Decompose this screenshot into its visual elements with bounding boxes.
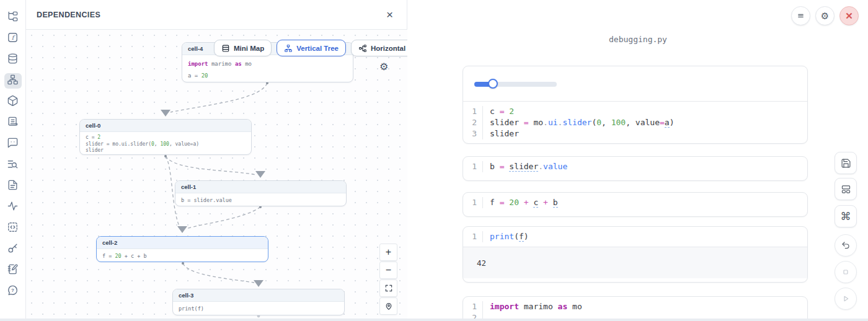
view-toggle-group: Mini Map Vertical Tree Horizontal Tree (214, 40, 407, 56)
node-code-line: slider (86, 147, 246, 154)
code-line: print(f) (482, 231, 807, 242)
top-action-buttons: ⚙ ✕ (791, 6, 859, 25)
dependency-graph-canvas[interactable]: Mini Map Vertical Tree Horizontal Tree ⚙… (26, 30, 407, 321)
vertical-tree-icon (284, 44, 293, 53)
sidebar-item-datasources[interactable] (4, 52, 22, 68)
view-button-vertical-tree[interactable]: Vertical Tree (277, 40, 346, 56)
slider-handle[interactable] (488, 79, 498, 89)
notebook-menu-button[interactable] (791, 6, 810, 25)
code-line: f = 20 + c + b (482, 197, 807, 208)
line-number: 1 (463, 301, 482, 312)
activity-icon (7, 200, 19, 214)
function-icon: f (7, 32, 19, 46)
sidebar-item-secrets[interactable] (4, 242, 22, 257)
stop-icon (841, 267, 851, 277)
file-tree-icon (7, 11, 19, 25)
sidebar-item-help[interactable]: ? (4, 284, 22, 299)
node-label: cell-0 (80, 120, 251, 132)
notebook-filename: debugging.py (408, 35, 868, 44)
close-panel-icon[interactable]: × (386, 9, 393, 20)
code-square-icon (7, 221, 19, 235)
layout-icon (841, 184, 851, 195)
code-line: slider (482, 128, 807, 139)
sidebar-item-scratchpad[interactable] (4, 263, 22, 278)
save-icon (841, 158, 851, 169)
stop-button[interactable] (835, 261, 857, 283)
chat-icon (7, 137, 19, 151)
graph-node-cell-0[interactable]: cell-0 c = 2 slider = mo.ui.slider(0, 10… (79, 119, 252, 155)
code-line: c = 2 (482, 106, 807, 117)
notebook-cell[interactable]: 1f = 20 + c + b (463, 192, 808, 217)
cell-code-editor[interactable]: 1b = slider.value (463, 157, 807, 177)
code-line: slider = mo.ui.slider(0, 100, value=a) (482, 117, 807, 128)
key-icon (7, 242, 19, 257)
sidebar-item-file-tree[interactable] (4, 10, 22, 25)
notebook-cell[interactable]: 1c = 2 2slider = mo.ui.slider(0, 100, va… (463, 66, 808, 144)
graph-node-cell-3[interactable]: cell-3 print(f) (172, 289, 345, 315)
shutdown-button[interactable]: ✕ (839, 6, 859, 25)
code-line: import marimo as mo (482, 301, 807, 312)
dependencies-header: DEPENDENCIES × (26, 0, 407, 30)
locate-node-button[interactable] (379, 297, 397, 315)
view-button-label: Mini Map (234, 45, 264, 52)
line-number: 1 (463, 197, 482, 208)
graph-settings-gear-icon[interactable]: ⚙ (379, 61, 388, 73)
scroll-icon (7, 116, 19, 130)
command-palette-button[interactable]: ⌘ (835, 205, 857, 227)
notebook-cell[interactable]: 1import marimo as mo 2 (463, 296, 808, 321)
save-button[interactable] (835, 152, 857, 174)
sidebar-item-documentation[interactable] (4, 115, 22, 131)
sidebar-item-functions[interactable]: f (4, 31, 22, 46)
node-code-line: f = 20 + c + b (102, 252, 262, 260)
fit-view-button[interactable] (379, 279, 397, 297)
graph-zoom-controls: + − (379, 244, 397, 315)
graph-node-cell-1[interactable]: cell-1 b = slider.value (175, 180, 347, 206)
sidebar-item-outputs[interactable] (4, 221, 22, 236)
notebook-cell[interactable]: 1print(f) 42 (463, 226, 808, 283)
help-icon: ? (7, 284, 19, 299)
node-code-line: print(f) (179, 305, 339, 312)
package-icon (7, 95, 19, 109)
cell-code-editor[interactable]: 1print(f) (463, 227, 807, 247)
node-label: cell-1 (175, 181, 346, 193)
line-number: 1 (463, 231, 482, 242)
sidebar-item-packages[interactable] (4, 94, 22, 110)
undo-button[interactable] (835, 234, 857, 257)
node-code-line: import marimo as mo (188, 58, 347, 70)
bottom-scrollbar[interactable] (0, 319, 868, 321)
notebook-pen-icon (7, 263, 19, 278)
view-button-minimap[interactable]: Mini Map (214, 40, 272, 56)
sidebar-item-chat[interactable] (4, 136, 22, 152)
cell-code-editor[interactable]: 1f = 20 + c + b (463, 193, 807, 213)
dependencies-panel: DEPENDENCIES × Mini Map (26, 0, 407, 321)
code-line: b = slider.value (482, 161, 807, 172)
graph-node-cell-2-selected[interactable]: cell-2 f = 20 + c + b (96, 236, 268, 262)
map-pin-icon (384, 302, 393, 310)
slider-widget[interactable] (474, 82, 557, 87)
cell-code-editor[interactable]: 1import marimo as mo 2 (463, 297, 807, 321)
node-label: cell-2 (97, 237, 268, 249)
gear-icon: ⚙ (821, 11, 829, 22)
node-code-line: c = 2 (86, 134, 246, 141)
svg-text:?: ? (11, 288, 14, 293)
view-button-label: Vertical Tree (296, 45, 339, 52)
sidebar-item-logs[interactable] (4, 157, 22, 173)
close-icon: ✕ (845, 11, 853, 20)
node-code-line: b = slider.value (181, 196, 340, 204)
sidebar-item-dependency-graph[interactable] (4, 73, 22, 89)
sidebar-item-tracing[interactable] (4, 200, 22, 215)
layout-select-button[interactable] (835, 178, 857, 200)
panel-title: DEPENDENCIES (37, 11, 100, 19)
horizontal-tree-icon (358, 44, 367, 53)
notebook-cell[interactable]: 1b = slider.value (463, 156, 808, 181)
view-button-horizontal-tree[interactable]: Horizontal Tree (351, 40, 407, 56)
run-button[interactable] (835, 288, 857, 310)
zoom-in-button[interactable]: + (379, 244, 397, 261)
settings-button[interactable]: ⚙ (815, 6, 835, 25)
zoom-out-button[interactable]: − (379, 262, 397, 279)
cell-code-editor[interactable]: 1c = 2 2slider = mo.ui.slider(0, 100, va… (463, 102, 807, 144)
node-code-line: slider = mo.ui.slider(0, 100, value=a) (86, 141, 246, 148)
sidebar-item-snippets[interactable] (4, 178, 22, 194)
undo-icon (841, 240, 851, 250)
node-code-line: a = 20 (188, 70, 347, 82)
